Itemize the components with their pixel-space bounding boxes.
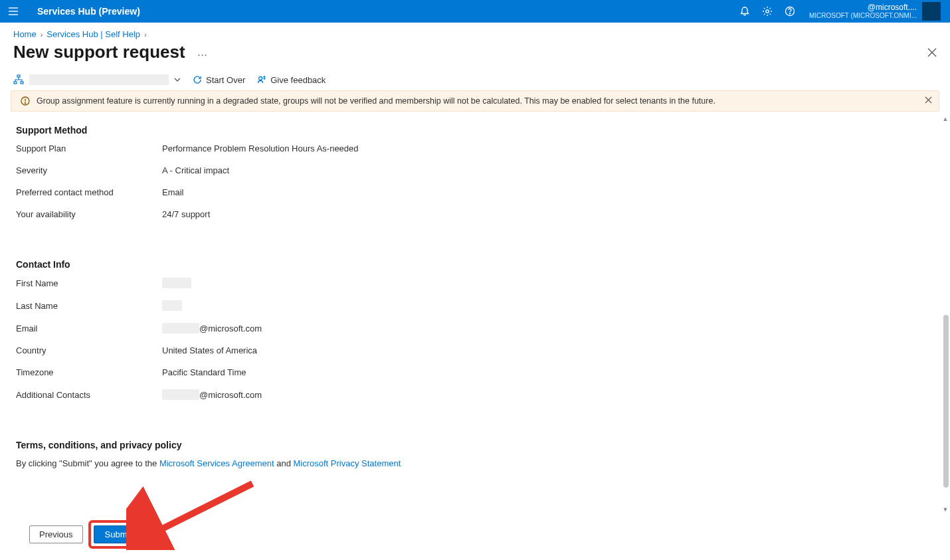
row-email: Email @microsoft.com [16,323,934,333]
scope-selector[interactable] [13,74,181,85]
chevron-down-icon [174,76,181,83]
svg-rect-8 [17,75,20,77]
form-content-scroll[interactable]: Support Method Support Plan Performance … [0,116,950,513]
section-contact-info-header: Contact Info [16,259,934,270]
svg-point-5 [789,13,790,14]
svg-point-3 [766,10,769,13]
label-support-plan: Support Plan [16,143,162,153]
account-tenant: MICROSOFT (MICROSOFT.ONMI... [809,12,917,19]
row-support-plan: Support Plan Performance Problem Resolut… [16,143,934,153]
label-additional-contacts: Additional Contacts [16,390,162,400]
submit-highlight-annotation: Submit [88,520,148,549]
label-email: Email [16,324,162,333]
page-title: New support request [13,42,185,62]
terms-prefix: By clicking "Submit" you agree to the [16,458,159,468]
svg-rect-9 [14,82,17,84]
breadcrumb-home[interactable]: Home [13,29,37,39]
terms-and: and [274,458,294,468]
value-availability: 24/7 support [162,209,210,219]
label-timezone: Timezone [16,367,162,377]
row-severity: Severity A - Critical impact [16,165,934,175]
value-additional-prefix-redacted [162,389,199,400]
svg-point-14 [25,103,25,104]
command-bar: Start Over Give feedback [0,72,950,90]
account-email: @microsoft.... [809,3,917,12]
close-blade-button[interactable] [927,48,937,57]
row-timezone: Timezone Pacific Standard Time [16,367,934,377]
restart-icon [193,75,202,84]
value-first-name-redacted [162,278,191,288]
breadcrumb: Home › Services Hub | Self Help › [0,23,950,42]
label-severity: Severity [16,165,162,175]
give-feedback-button[interactable]: Give feedback [257,75,326,85]
value-severity: A - Critical impact [162,165,229,175]
row-additional-contacts: Additional Contacts @microsoft.com [16,389,934,400]
value-email-prefix-redacted [162,323,199,333]
previous-button[interactable]: Previous [29,525,83,543]
link-msa[interactable]: Microsoft Services Agreement [159,458,274,468]
submit-button[interactable]: Submit [94,525,143,543]
value-additional-suffix: @microsoft.com [199,390,262,400]
row-first-name: First Name [16,278,934,288]
label-country: Country [16,345,162,355]
warning-icon [21,96,30,106]
feedback-icon [257,75,266,84]
app-title: Services Hub (Preview) [37,6,140,17]
hamburger-menu-button[interactable] [5,3,21,19]
link-privacy[interactable]: Microsoft Privacy Statement [294,458,401,468]
value-last-name-redacted [162,300,182,311]
chevron-right-icon: › [144,31,147,39]
give-feedback-label: Give feedback [270,75,326,85]
value-preferred-contact: Email [162,187,184,197]
value-support-plan: Performance Problem Resolution Hours As-… [162,143,359,153]
start-over-label: Start Over [206,75,245,85]
svg-point-11 [259,77,262,80]
page-title-row: New support request … [0,42,950,72]
value-email-suffix: @microsoft.com [199,324,262,333]
avatar [922,2,941,21]
start-over-button[interactable]: Start Over [193,75,245,85]
label-first-name: First Name [16,278,162,288]
label-last-name: Last Name [16,301,162,311]
row-availability: Your availability 24/7 support [16,209,934,219]
warning-banner: Group assignment feature is currently ru… [11,90,939,112]
value-timezone: Pacific Standard Time [162,367,246,377]
chevron-right-icon: › [41,31,43,39]
value-country: United States of America [162,345,257,355]
notifications-icon[interactable] [733,0,756,23]
row-last-name: Last Name [16,300,934,311]
dismiss-banner-button[interactable] [925,96,932,104]
row-country: Country United States of America [16,345,934,355]
terms-text: By clicking "Submit" you agree to the Mi… [16,458,934,468]
more-actions-button[interactable]: … [197,47,209,58]
help-icon[interactable] [779,0,801,23]
warning-message: Group assignment feature is currently ru… [37,96,715,106]
settings-gear-icon[interactable] [756,0,779,23]
section-support-method-header: Support Method [16,125,934,136]
top-header-bar: Services Hub (Preview) @microsoft.... MI… [0,0,950,23]
row-preferred-contact: Preferred contact method Email [16,187,934,197]
label-preferred-contact: Preferred contact method [16,187,162,197]
section-terms-header: Terms, conditions, and privacy policy [16,440,934,450]
breadcrumb-self-help[interactable]: Services Hub | Self Help [47,29,140,39]
account-menu[interactable]: @microsoft.... MICROSOFT (MICROSOFT.ONMI… [801,0,945,23]
hierarchy-icon [13,74,24,85]
footer-bar: Previous Submit [0,513,950,555]
scope-value-redacted [29,74,169,85]
label-availability: Your availability [16,209,162,219]
svg-rect-10 [21,82,23,84]
